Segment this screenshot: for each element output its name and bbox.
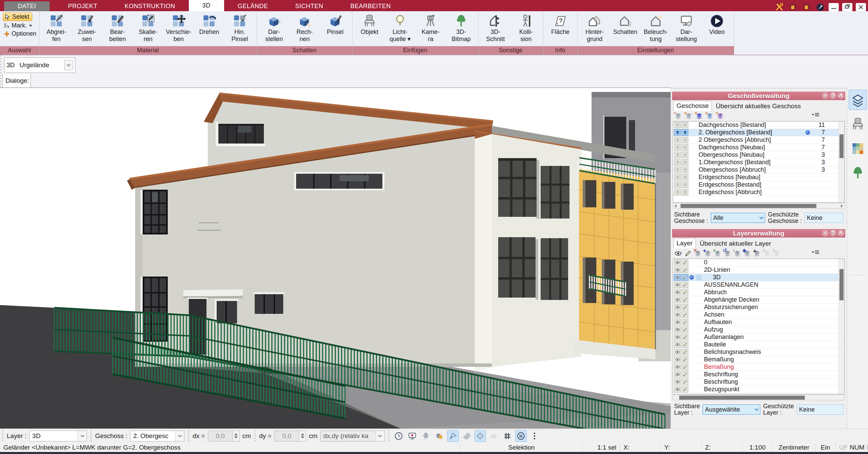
layer-row[interactable]: Abgehängte Decken — [673, 296, 838, 304]
viewport-toggle-button[interactable] — [447, 430, 459, 442]
dy-input[interactable]: 0,0 — [274, 431, 299, 441]
ribbon-button[interactable]: Video — [702, 13, 732, 36]
layer-row[interactable]: 3D — [673, 274, 838, 281]
ribbon-button[interactable]: Fläche — [545, 13, 575, 36]
layer-hscrollbar[interactable] — [673, 395, 845, 400]
edit-toggle[interactable] — [682, 137, 688, 143]
visibility-toggle[interactable] — [674, 137, 681, 143]
panel-layout-icon[interactable] — [788, 3, 798, 11]
layer-edit-toggle[interactable] — [682, 259, 688, 266]
geschoss-row[interactable]: 2. Obergeschoss [Bestand] 7 — [673, 129, 838, 136]
geschoss-row[interactable]: Erdgeschoss [Neubau] — [673, 174, 838, 181]
layer-row[interactable]: Achsen — [673, 311, 838, 319]
layer-visibility-toggle[interactable] — [674, 334, 681, 340]
edit-toggle[interactable] — [682, 129, 688, 136]
layer-edit-toggle[interactable] — [682, 282, 688, 288]
edit-toggle[interactable] — [682, 189, 688, 195]
visibility-toggle[interactable] — [674, 129, 681, 136]
layer-row[interactable]: Aufbauten — [673, 319, 838, 326]
edge-tool-button[interactable] — [849, 138, 867, 159]
ribbon-button[interactable]: Objekt — [355, 13, 384, 36]
layer-visibility-toggle[interactable] — [674, 319, 681, 325]
layer-select[interactable]: 3D — [29, 431, 87, 441]
layer-edit-toggle[interactable] — [682, 274, 688, 281]
edge-tool-button[interactable] — [849, 90, 867, 110]
ribbon-button[interactable]: Drehen — [194, 13, 224, 36]
edit-toggle[interactable] — [682, 152, 688, 158]
layer-tool-icon[interactable]: + — [713, 249, 722, 258]
toolbar-grip[interactable] — [188, 430, 189, 441]
tools-icon[interactable] — [774, 3, 784, 11]
layer-visibility-toggle[interactable] — [674, 289, 681, 296]
viewport-toggle-button[interactable] — [529, 430, 540, 442]
visibility-toggle[interactable] — [674, 159, 681, 166]
help-icon[interactable] — [815, 3, 825, 11]
geschoss-vscrollbar[interactable] — [838, 121, 844, 202]
layer-edit-toggle[interactable] — [682, 304, 688, 310]
layer-visibility-toggle[interactable] — [674, 371, 681, 378]
layer-visibility-toggle[interactable] — [674, 341, 681, 348]
layer-row[interactable]: Bemaßung — [673, 356, 838, 363]
visibility-toggle[interactable] — [674, 144, 681, 151]
layer-edit-toggle[interactable] — [682, 334, 688, 340]
layer-edit-toggle[interactable] — [682, 289, 688, 296]
panel-collapse-icon[interactable]: ˄ — [837, 92, 844, 99]
layer-edit-toggle[interactable] — [682, 319, 688, 325]
layer-row[interactable]: 0 — [673, 259, 838, 266]
mark-button[interactable]: Mark. — [3, 22, 32, 29]
geschoss-hscrollbar[interactable] — [673, 203, 845, 209]
layer-visibility-toggle[interactable] — [674, 386, 681, 393]
ribbon-button[interactable]: Beleuch-tung — [641, 13, 671, 43]
ribbon-button[interactable]: 3D-Bitmap — [446, 13, 476, 43]
menu-tab[interactable]: 3D — [189, 0, 224, 11]
layer-visibility-toggle[interactable] — [674, 379, 681, 385]
layer-row[interactable]: Aufzug — [673, 326, 838, 334]
list-menu-icon[interactable] — [812, 113, 819, 116]
viewport-toggle-button[interactable] — [502, 430, 513, 442]
layer-vscrollbar[interactable] — [838, 259, 844, 394]
geschoss-row[interactable]: Dachgeschoss [Bestand] 11 — [673, 121, 838, 129]
layer-visibility-toggle[interactable] — [674, 311, 681, 318]
geschoss-select[interactable]: 2. Obergesc — [130, 431, 184, 441]
panel-help-icon[interactable]: ? — [830, 92, 836, 99]
sichtbare-geschosse-select[interactable]: Alle — [711, 213, 765, 223]
tab-uebersicht-layer[interactable]: Übersicht aktueller Layer — [697, 239, 774, 248]
geschuetzte-layer-field[interactable]: Keine — [797, 404, 843, 415]
panel-layout2-icon[interactable] — [801, 3, 812, 11]
layer-tool-icon[interactable]: ↑ — [733, 249, 741, 258]
layer-visibility-toggle[interactable] — [674, 356, 681, 363]
geschoss-row[interactable]: 1.Obergeschoss [Bestand] 3 — [673, 159, 838, 166]
tab-layer[interactable]: Layer — [673, 238, 696, 248]
dialog-tab[interactable]: Dialoge: — [2, 74, 31, 88]
view-selector[interactable]: 3D Urgelände — [4, 57, 75, 73]
layer-row[interactable]: Beschriftung — [673, 378, 838, 386]
edit-toggle[interactable] — [682, 159, 688, 166]
layer-edit-toggle[interactable] — [682, 371, 688, 378]
toolbar-grip[interactable] — [254, 430, 256, 441]
viewport-toggle-button[interactable] — [488, 430, 500, 442]
layer-row[interactable]: Beschriftung — [673, 371, 838, 378]
layer-visibility-toggle[interactable] — [674, 326, 681, 333]
geschoss-row[interactable]: Erdgeschoss [Abbruch] — [673, 189, 838, 196]
geschoss-row[interactable]: Erdgeschoss [Bestand] — [673, 181, 838, 189]
geschuetzte-geschosse-field[interactable]: Keine — [804, 213, 843, 223]
layer-edit-toggle[interactable] — [682, 326, 688, 333]
layer-visibility-toggle[interactable] — [674, 364, 681, 370]
coordinate-mode-select[interactable]: dx,dy (relativ ka — [320, 431, 385, 441]
layer-edit-toggle[interactable] — [682, 386, 688, 393]
layer-row[interactable]: Bauteile — [673, 341, 838, 348]
viewport-toggle-button[interactable] — [461, 430, 472, 442]
dx-stepper[interactable] — [233, 431, 240, 441]
ribbon-button[interactable]: Kolli-sion — [511, 13, 541, 43]
sichtbare-layer-select[interactable]: Ausgewählte — [703, 404, 760, 415]
layer-row[interactable]: Bemaßung — [673, 363, 838, 371]
geschoss-row[interactable]: Obergeschoss [Neubau] 3 — [673, 151, 838, 159]
toolbar-grip[interactable] — [90, 430, 92, 441]
ribbon-button[interactable]: Verschie-ben — [164, 13, 194, 43]
geschoss-tool-icon[interactable]: + — [716, 112, 724, 120]
geschoss-tool-icon[interactable]: − — [674, 112, 682, 120]
panel-pin-icon[interactable]: ⚡ — [822, 92, 829, 99]
ribbon-button[interactable]: Pinsel — [320, 13, 350, 36]
layer-row[interactable]: 2D-Linien — [673, 266, 838, 274]
layer-edit-toggle[interactable] — [682, 341, 688, 348]
